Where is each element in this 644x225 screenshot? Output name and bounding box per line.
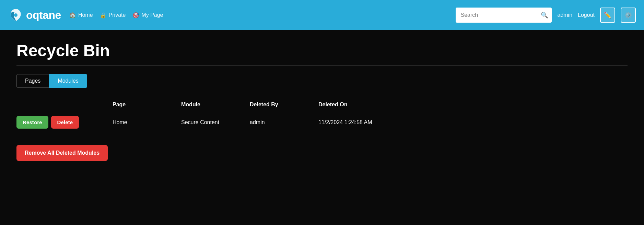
svg-point-0 — [14, 13, 17, 17]
nav-mypage-label: My Page — [141, 12, 163, 18]
col-deleted-by: Deleted By — [250, 102, 318, 108]
main-content: Recycle Bin Pages Modules Page Module De… — [0, 30, 644, 225]
tab-modules[interactable]: Modules — [49, 74, 87, 88]
edit-icon-button[interactable]: ✏️ — [600, 8, 615, 23]
tabs-container: Pages Modules — [16, 74, 628, 88]
row-actions: Restore Delete — [16, 116, 113, 129]
table-row: Restore Delete Home Secure Content admin… — [16, 113, 628, 131]
logout-link[interactable]: Logout — [578, 12, 595, 18]
restore-button[interactable]: Restore — [16, 116, 48, 129]
tab-pages[interactable]: Pages — [16, 74, 49, 88]
nav-home-label: Home — [78, 12, 93, 18]
table-header: Page Module Deleted By Deleted On — [16, 99, 628, 110]
col-actions — [16, 102, 113, 108]
search-wrapper: 🔍 — [456, 8, 552, 23]
brand-logo-link[interactable]: oqtane — [8, 8, 61, 23]
nav-private[interactable]: 🔒 Private — [100, 12, 126, 19]
search-input[interactable] — [456, 8, 552, 23]
navbar-right: 🔍 admin Logout ✏️ ⚙️ — [456, 8, 636, 23]
lock-icon: 🔒 — [100, 12, 107, 19]
brand-name: oqtane — [26, 9, 61, 22]
search-button[interactable]: 🔍 — [541, 12, 548, 19]
row-deleted-on: 11/2/2024 1:24:58 AM — [318, 119, 421, 126]
col-deleted-on: Deleted On — [318, 102, 421, 108]
remove-all-button[interactable]: Remove All Deleted Modules — [16, 145, 108, 161]
settings-icon-button[interactable]: ⚙️ — [621, 8, 636, 23]
nav-home[interactable]: 🏠 Home — [69, 12, 93, 19]
page-title: Recycle Bin — [16, 41, 628, 60]
oqtane-logo-icon — [8, 8, 23, 23]
home-icon: 🏠 — [69, 12, 76, 19]
col-module: Module — [181, 102, 250, 108]
row-page: Home — [113, 119, 181, 126]
delete-button[interactable]: Delete — [51, 116, 79, 129]
nav-links: 🏠 Home 🔒 Private 🎯 My Page — [69, 12, 448, 19]
col-page: Page — [113, 102, 181, 108]
divider — [16, 66, 628, 66]
nav-mypage[interactable]: 🎯 My Page — [132, 12, 163, 19]
nav-private-label: Private — [109, 12, 126, 18]
mypage-icon: 🎯 — [132, 12, 139, 19]
navbar: oqtane 🏠 Home 🔒 Private 🎯 My Page 🔍 admi… — [0, 0, 644, 30]
row-module: Secure Content — [181, 119, 250, 126]
user-name: admin — [557, 12, 572, 18]
row-deleted-by: admin — [250, 119, 318, 126]
